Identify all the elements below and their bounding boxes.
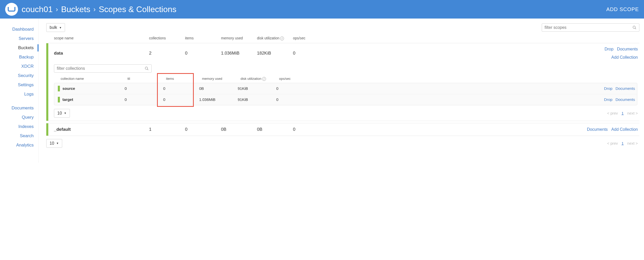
breadcrumb-scopes: Scopes & Collections bbox=[99, 5, 176, 14]
col-coll-ttl: ttl bbox=[127, 77, 166, 81]
scope-items: 0 bbox=[185, 51, 221, 56]
scope-page-size-dropdown[interactable]: 10 ▼ bbox=[46, 139, 62, 148]
svg-point-0 bbox=[633, 26, 635, 28]
collection-memory: 1.036MiB bbox=[199, 97, 238, 102]
collection-drop-link[interactable]: Drop bbox=[604, 97, 613, 102]
scope-add-collection-link[interactable]: Add Collection bbox=[611, 127, 638, 132]
filter-scopes-input[interactable] bbox=[545, 25, 632, 30]
scope-documents-link[interactable]: Documents bbox=[587, 127, 608, 132]
caret-down-icon: ▼ bbox=[56, 142, 59, 145]
col-memory: memory used bbox=[221, 36, 257, 40]
svg-line-3 bbox=[147, 69, 148, 70]
filter-collections-box[interactable] bbox=[54, 64, 152, 73]
scope-pager-row: 10 ▼ < prev 1 next > bbox=[46, 138, 639, 148]
col-coll-ops: ops/sec bbox=[279, 77, 312, 81]
collection-memory: 0B bbox=[199, 86, 238, 91]
collection-ops: 0 bbox=[276, 86, 310, 91]
bulk-label: bulk bbox=[50, 25, 57, 30]
pager-prev[interactable]: < prev bbox=[607, 111, 618, 115]
caret-down-icon: ▼ bbox=[59, 26, 62, 29]
collection-status-bar bbox=[58, 86, 60, 91]
collection-pager-row: 10 ▼ < prev 1 next > bbox=[46, 108, 639, 118]
scope-ops: 0 bbox=[293, 51, 321, 56]
pager-next[interactable]: next > bbox=[627, 141, 638, 145]
sidebar-item-documents[interactable]: Documents bbox=[0, 103, 38, 113]
scope-collections-count: 2 bbox=[149, 51, 185, 56]
scope-add-collection-link[interactable]: Add Collection bbox=[321, 55, 638, 60]
scope-row[interactable]: _default 1 0 0B 0B 0 Documents Add Colle… bbox=[46, 123, 639, 136]
sidebar-item-buckets[interactable]: Buckets bbox=[0, 43, 38, 53]
pager-next[interactable]: next > bbox=[627, 111, 638, 115]
scope-documents-link[interactable]: Documents bbox=[617, 47, 638, 51]
main-content: bulk ▼ scope name collections items memo… bbox=[39, 19, 644, 163]
collection-documents-link[interactable]: Documents bbox=[615, 97, 635, 102]
svg-line-1 bbox=[635, 28, 636, 29]
scope-actions: Drop Documents Add Collection bbox=[321, 47, 639, 60]
pager-page-1[interactable]: 1 bbox=[621, 111, 623, 115]
sidebar-item-xdcr[interactable]: XDCR bbox=[0, 62, 38, 71]
chevron-right-icon: › bbox=[56, 5, 58, 13]
info-icon[interactable]: i bbox=[280, 37, 284, 40]
collection-documents-link[interactable]: Documents bbox=[615, 86, 635, 91]
collection-name-cell: source bbox=[58, 86, 125, 91]
info-icon[interactable]: i bbox=[262, 77, 266, 81]
sidebar: Dashboard Servers Buckets Backup XDCR Se… bbox=[0, 19, 39, 163]
col-disk: disk utilizationi bbox=[257, 36, 293, 40]
collection-pager: < prev 1 next > bbox=[607, 111, 638, 115]
scope-ops: 0 bbox=[293, 127, 321, 132]
collection-items: 0 bbox=[163, 86, 199, 91]
collection-ttl: 0 bbox=[125, 86, 163, 91]
scope-collections-count: 1 bbox=[149, 127, 185, 132]
col-ops: ops/sec bbox=[293, 36, 321, 40]
breadcrumb-buckets[interactable]: Buckets bbox=[61, 5, 90, 14]
collection-column-headers: collection name ttl items memory used di… bbox=[46, 75, 639, 83]
collection-table: source 0 0 0B 91KiB 0 Drop Documents ta bbox=[54, 83, 637, 105]
pager-prev[interactable]: < prev bbox=[607, 141, 618, 145]
sidebar-item-backup[interactable]: Backup bbox=[0, 53, 38, 62]
collection-disk: 91KiB bbox=[238, 86, 276, 91]
scope-status-bar bbox=[46, 43, 48, 121]
collection-row[interactable]: source 0 0 0B 91KiB 0 Drop Documents bbox=[54, 83, 637, 94]
scope-drop-link[interactable]: Drop bbox=[604, 47, 613, 51]
collection-disk: 91KiB bbox=[238, 97, 276, 102]
sidebar-item-query[interactable]: Query bbox=[0, 113, 38, 122]
scope-name: data bbox=[54, 51, 149, 56]
pager-page-1[interactable]: 1 bbox=[621, 141, 623, 145]
collection-actions: Drop Documents bbox=[310, 97, 635, 102]
scope-status-bar bbox=[46, 123, 48, 136]
scope-row[interactable]: data 2 0 1.036MiB 182KiB 0 Drop Document… bbox=[46, 43, 639, 63]
scope-column-headers: scope name collections items memory used… bbox=[46, 33, 639, 43]
sidebar-item-servers[interactable]: Servers bbox=[0, 34, 38, 43]
col-collections: collections bbox=[149, 36, 185, 40]
page-size-dropdown[interactable]: 10 ▼ bbox=[54, 109, 70, 118]
sidebar-item-dashboard[interactable]: Dashboard bbox=[0, 25, 38, 34]
sidebar-item-analytics[interactable]: Analytics bbox=[0, 141, 38, 150]
couchbase-logo-icon bbox=[8, 7, 15, 12]
collection-items: 0 bbox=[163, 97, 199, 102]
breadcrumb-cluster[interactable]: couch01 bbox=[22, 5, 53, 14]
sidebar-item-settings[interactable]: Settings bbox=[0, 80, 38, 90]
scope-actions: Documents Add Collection bbox=[321, 127, 639, 132]
scope-disk: 182KiB bbox=[257, 51, 293, 56]
sidebar-item-security[interactable]: Security bbox=[0, 71, 38, 80]
collection-ttl: 0 bbox=[125, 97, 163, 102]
collection-name-cell: target bbox=[58, 97, 125, 102]
filter-collections-input[interactable] bbox=[57, 66, 145, 71]
scope-disk: 0B bbox=[257, 127, 293, 132]
sidebar-item-logs[interactable]: Logs bbox=[0, 90, 38, 99]
filter-scopes-box[interactable] bbox=[542, 23, 639, 32]
bulk-dropdown[interactable]: bulk ▼ bbox=[46, 23, 65, 32]
collection-drop-link[interactable]: Drop bbox=[604, 86, 613, 91]
scope-block-data: data 2 0 1.036MiB 182KiB 0 Drop Document… bbox=[46, 43, 639, 121]
toolbar: bulk ▼ bbox=[46, 23, 639, 32]
app-header: couch01 › Buckets › Scopes & Collections… bbox=[0, 0, 644, 19]
sidebar-item-search[interactable]: Search bbox=[0, 131, 38, 141]
collection-row[interactable]: target 0 0 1.036MiB 91KiB 0 Drop Documen… bbox=[54, 94, 637, 105]
search-icon bbox=[145, 66, 149, 71]
sidebar-item-indexes[interactable]: Indexes bbox=[0, 122, 38, 131]
col-coll-name: collection name bbox=[61, 77, 127, 81]
add-scope-button[interactable]: ADD SCOPE bbox=[606, 6, 639, 12]
search-icon bbox=[632, 25, 637, 30]
col-scope-name: scope name bbox=[54, 36, 149, 40]
scope-pager: < prev 1 next > bbox=[607, 141, 638, 145]
